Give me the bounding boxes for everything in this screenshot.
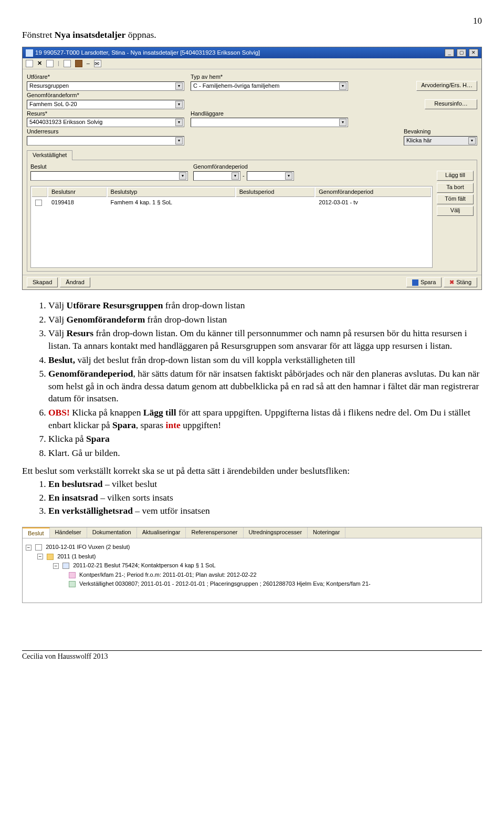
- genomperiod-label: Genomförandeperiod: [193, 163, 314, 171]
- genomforandeform-dropdown[interactable]: Famhem SoL 0-20 ▾: [27, 100, 184, 109]
- bevakning-dropdown[interactable]: Klicka här ▾: [404, 136, 477, 146]
- step-1: Välj Utförare Resursgruppen från drop-do…: [48, 299, 482, 312]
- cell-beslutstyp: Famhem 4 kap. 1 § SoL: [108, 198, 235, 207]
- tab-beslut[interactable]: Beslut: [23, 527, 50, 538]
- col-beslutsnr: Beslutsnr: [48, 188, 107, 198]
- sheet-icon: [62, 563, 69, 569]
- post-paragraph: Ett beslut som verkställt korrekt ska se…: [22, 465, 482, 478]
- summary-list: En beslutsrad – vilket beslut En insatsr…: [35, 478, 482, 517]
- toolbar: ✕ | – ✉: [23, 58, 481, 69]
- utforare-dropdown[interactable]: Resursgruppen ▾: [27, 81, 184, 91]
- col-genomforandeperiod: Genomförandeperiod: [316, 188, 431, 198]
- doc-icon: [35, 544, 42, 551]
- maximize-button[interactable]: ▢: [457, 49, 466, 57]
- intro-paragraph: Fönstret Nya insatsdetaljer öppnas.: [22, 29, 482, 40]
- step-7: Klicka på Spara: [48, 433, 482, 445]
- beslut-dropdown[interactable]: ▾: [30, 171, 188, 181]
- save-icon: [412, 279, 418, 286]
- chevron-down-icon: ▾: [339, 119, 346, 126]
- screenshot-insatsdetaljer: 19 990527-T000 Larsdotter, Stina - Nya i…: [22, 47, 482, 290]
- period-to-input[interactable]: ▾: [247, 171, 294, 181]
- step-4: Beslut, välj det beslut från drop-down l…: [48, 354, 482, 367]
- typavhem-label: Typ av hem*: [191, 74, 348, 81]
- summary-1: En beslutsrad – vilket beslut: [48, 478, 482, 491]
- people-icon: [69, 572, 76, 578]
- steps-list: Välj Utförare Resursgruppen från drop-do…: [35, 299, 482, 460]
- mail-icon[interactable]: ✉: [94, 60, 101, 67]
- chevron-down-icon: ▾: [232, 172, 239, 180]
- spara-button[interactable]: Spara: [406, 277, 442, 287]
- tab-strip: Beslut Händelser Dokumentation Aktualise…: [23, 527, 481, 538]
- bevakning-label: Bevakning: [404, 128, 477, 136]
- chevron-down-icon: ▾: [175, 101, 183, 108]
- step-3: Välj Resurs från drop-down listan. Om du…: [48, 327, 482, 352]
- page-number: 10: [22, 16, 482, 26]
- screenshot-beslut-tree: Beslut Händelser Dokumentation Aktualise…: [22, 527, 482, 603]
- col-beslutsperiod: Beslutsperiod: [236, 188, 315, 198]
- beslut-label: Beslut: [30, 163, 188, 171]
- close-button[interactable]: ✕: [469, 49, 478, 57]
- tab-handelser[interactable]: Händelser: [50, 527, 87, 538]
- tab-referenspersoner[interactable]: Referenspersoner: [186, 527, 243, 538]
- step-6: OBS! Klicka på knappen Lägg till för att…: [48, 407, 482, 431]
- stang-button[interactable]: ✖ Stäng: [444, 277, 477, 287]
- tab-dokumentation[interactable]: Dokumentation: [87, 527, 137, 538]
- collapse-icon[interactable]: −: [53, 563, 59, 569]
- cell-beslutsperiod: [236, 198, 315, 207]
- handlaggare-dropdown[interactable]: ▾: [191, 118, 348, 127]
- handlaggare-label: Handläggare: [191, 110, 348, 118]
- chevron-down-icon: ▾: [175, 119, 183, 126]
- window-titlebar: 19 990527-T000 Larsdotter, Stina - Nya i…: [23, 47, 481, 58]
- tab-noteringar[interactable]: Noteringar: [308, 527, 345, 538]
- x-icon[interactable]: ✕: [37, 60, 42, 67]
- tree-node-beslut[interactable]: − 2011-02-21 Beslut 75424; Kontaktperson…: [26, 561, 478, 570]
- typavhem-value: C - Familjehem-övriga familjehem: [193, 82, 279, 90]
- minimize-button[interactable]: _: [445, 49, 454, 57]
- valj-button[interactable]: Välj: [437, 206, 474, 216]
- underresurs-dropdown[interactable]: ▾: [27, 136, 184, 146]
- step-8: Klart. Gå ur bilden.: [48, 447, 482, 460]
- skapad-button[interactable]: Skapad: [27, 277, 58, 287]
- chevron-down-icon: ▾: [175, 82, 183, 90]
- tree-node-insats[interactable]: Kontper/kfam 21-; Period fr.o.m: 2011-01…: [26, 570, 478, 580]
- tab-verkstallighet[interactable]: Verkställighet: [27, 150, 72, 160]
- step-2: Välj Genomförandeform från drop-down lis…: [48, 314, 482, 326]
- step-5: Genomförandeperiod, här sätts datum för …: [48, 368, 482, 405]
- grid-icon: [69, 581, 76, 587]
- sheet-icon[interactable]: [46, 60, 54, 67]
- resurs-dropdown[interactable]: 5404031923 Eriksson Solvig ▾: [27, 118, 184, 127]
- tom-falt-button[interactable]: Töm fält: [437, 194, 474, 204]
- window-app-icon: [26, 49, 33, 57]
- folder-icon: [47, 554, 54, 560]
- chevron-down-icon: ▾: [285, 172, 292, 180]
- window-title: 19 990527-T000 Larsdotter, Stina - Nya i…: [35, 49, 442, 56]
- tree-node-root[interactable]: − 2010-12-01 IFO Vuxen (2 beslut): [26, 543, 478, 552]
- page-footer: Cecilia von Hausswolff 2013: [22, 650, 482, 661]
- book-icon[interactable]: [75, 60, 82, 67]
- resursinfo-button[interactable]: Resursinfo…: [425, 99, 477, 109]
- period-from-input[interactable]: ▾: [193, 171, 240, 181]
- tab-utredningsprocesser[interactable]: Utredningsprocesser: [244, 527, 308, 538]
- table-row[interactable]: 0199418 Famhem 4 kap. 1 § SoL 2012-03-01…: [32, 198, 431, 207]
- collapse-icon[interactable]: −: [37, 554, 43, 559]
- pin-icon[interactable]: [64, 60, 71, 67]
- utforare-label: Utförare*: [27, 74, 184, 81]
- tree-node-year[interactable]: − 2011 (1 beslut): [26, 552, 478, 562]
- ta-bort-button[interactable]: Ta bort: [437, 183, 474, 193]
- cell-beslutsnr: 0199418: [48, 198, 107, 207]
- period-separator: -: [243, 172, 245, 180]
- lagg-till-button[interactable]: Lägg till: [437, 171, 474, 181]
- col-beslutstyp: Beslutstyp: [108, 188, 235, 198]
- tree-node-verkstallighet[interactable]: Verkställighet 0030807; 2011-01-01 - 201…: [26, 579, 478, 589]
- row-icon: [35, 200, 42, 206]
- andrad-button[interactable]: Ändrad: [60, 277, 90, 287]
- chevron-down-icon: ▾: [339, 82, 346, 90]
- collapse-icon[interactable]: −: [26, 545, 32, 551]
- doc-icon[interactable]: [26, 60, 33, 67]
- typavhem-dropdown[interactable]: C - Familjehem-övriga familjehem ▾: [191, 81, 348, 91]
- genomforandeform-label: Genomförandeform*: [27, 92, 184, 99]
- arvodering-button[interactable]: Arvodering/Ers. H…: [416, 81, 477, 91]
- tab-aktualiseringar[interactable]: Aktualiseringar: [137, 527, 186, 538]
- resurs-label: Resurs*: [27, 110, 184, 118]
- genomforandeform-value: Famhem SoL 0-20: [29, 101, 77, 108]
